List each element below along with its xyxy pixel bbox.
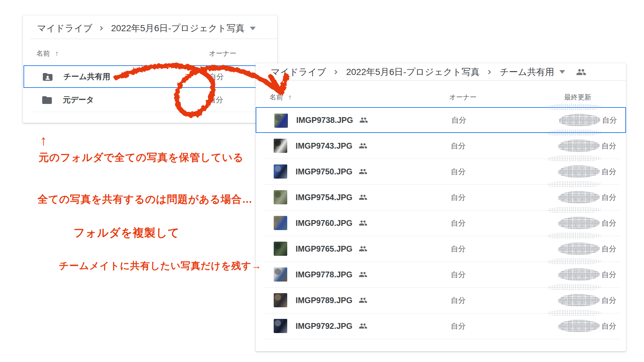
owner-value: 自分: [208, 95, 223, 105]
column-header-owner[interactable]: オーナー: [449, 93, 477, 102]
redacted-modified-date: [558, 217, 600, 229]
folder-row-team-share[interactable]: チーム共有用 自分: [24, 65, 276, 88]
breadcrumb-item-my-drive[interactable]: マイドライブ: [271, 66, 326, 78]
photo-thumbnail: [274, 216, 287, 230]
file-row[interactable]: IMGP9792.JPG自分自分: [256, 313, 626, 339]
folder-icon: [41, 94, 53, 106]
column-header-name[interactable]: 名前↑: [270, 93, 292, 102]
annotation-up-arrow: ↑: [40, 133, 47, 149]
shared-people-icon: [359, 167, 367, 176]
modified-by-value: 自分: [601, 244, 616, 254]
owner-value: 自分: [451, 141, 466, 151]
owner-value: 自分: [209, 72, 224, 82]
breadcrumb-item-my-drive[interactable]: マイドライブ: [37, 22, 92, 34]
modified-by-value: 自分: [601, 295, 616, 305]
owner-value: 自分: [451, 192, 466, 202]
breadcrumb-item-project-photos[interactable]: 2022年5月6日-プロジェクト写真: [346, 66, 480, 78]
photo-thumbnail: [274, 242, 287, 256]
redacted-modified-date: [558, 243, 600, 255]
photo-thumbnail: [274, 114, 288, 128]
page-canvas: マイドライブ 2022年5月6日-プロジェクト写真 名前↑ オーナー チーム共有…: [0, 0, 644, 362]
modified-by-value: 自分: [601, 321, 616, 331]
file-list: IMGP9738.JPG自分自分IMGP9743.JPG自分自分IMGP9750…: [256, 107, 626, 339]
breadcrumb: マイドライブ 2022年5月6日-プロジェクト写真: [23, 20, 277, 37]
owner-value: 自分: [451, 321, 466, 331]
modified-by-value: 自分: [602, 115, 617, 125]
shared-people-icon: [359, 296, 367, 305]
breadcrumb-item-project-photos[interactable]: 2022年5月6日-プロジェクト写真: [111, 22, 245, 34]
file-name: IMGP9778.JPG: [296, 270, 367, 279]
owner-value: 自分: [451, 244, 466, 254]
file-name: IMGP9743.JPG: [296, 141, 367, 151]
file-name: IMGP9760.JPG: [296, 218, 367, 228]
sort-ascending-icon: ↑: [55, 50, 59, 57]
chevron-right-icon: [331, 67, 341, 77]
folder-name: チーム共有用: [63, 71, 110, 82]
photo-thumbnail: [274, 139, 287, 153]
file-name: IMGP9792.JPG: [296, 321, 367, 331]
redacted-modified-date: [558, 320, 600, 332]
file-row[interactable]: IMGP9754.JPG自分自分: [256, 184, 626, 210]
file-row[interactable]: IMGP9760.JPG自分自分: [256, 210, 626, 236]
redacted-modified-date: [558, 165, 600, 178]
shared-people-icon: [359, 245, 367, 253]
photo-thumbnail: [274, 293, 287, 307]
owner-value: 自分: [451, 218, 466, 228]
breadcrumb-dropdown-icon[interactable]: [559, 70, 565, 74]
file-row[interactable]: IMGP9765.JPG自分自分: [256, 236, 626, 262]
file-name: IMGP9789.JPG: [296, 296, 367, 305]
file-row[interactable]: IMGP9789.JPG自分自分: [256, 287, 626, 313]
annotation-line1: 元のフォルダで全ての写真を保管している: [39, 151, 244, 165]
file-row[interactable]: IMGP9738.JPG自分自分: [256, 107, 626, 133]
column-header-last-modified[interactable]: 最終更新: [564, 93, 591, 102]
annotation-line4: チームメイトに共有したい写真だけを残す→: [59, 259, 261, 273]
owner-value: 自分: [451, 295, 466, 305]
file-row[interactable]: IMGP9743.JPG自分自分: [256, 133, 626, 159]
column-header-name[interactable]: 名前↑: [36, 49, 59, 58]
shared-folder-icon: [42, 71, 53, 83]
modified-by-value: 自分: [601, 218, 616, 228]
chevron-right-icon: [485, 67, 495, 77]
modified-by-value: 自分: [601, 141, 616, 151]
modified-by-value: 自分: [601, 167, 616, 177]
modified-by-value: 自分: [601, 270, 616, 280]
redacted-modified-date: [559, 114, 601, 126]
photo-thumbnail: [274, 164, 287, 179]
divider: [265, 339, 620, 339]
file-row[interactable]: IMGP9778.JPG自分自分: [256, 262, 626, 287]
folder-row-original-data[interactable]: 元データ 自分: [24, 88, 275, 112]
shared-people-icon: [359, 116, 368, 125]
shared-people-icon: [359, 142, 367, 150]
shared-people-icon: [359, 219, 367, 227]
file-name: IMGP9754.JPG: [296, 193, 367, 202]
divider: [31, 39, 277, 39]
breadcrumb-item-team-share[interactable]: チーム共有用: [500, 66, 554, 78]
annotation-line3: フォルダを複製して: [73, 225, 180, 240]
shared-people-icon: [359, 270, 367, 279]
file-row[interactable]: IMGP9750.JPG自分自分: [256, 159, 626, 184]
divider: [256, 80, 626, 81]
redacted-modified-date: [558, 140, 600, 152]
annotation-line2: 全ての写真を共有するのは問題がある場合…: [38, 192, 253, 207]
drive-window-team-share-folder: マイドライブ 2022年5月6日-プロジェクト写真 チーム共有用 名前↑ オーナ…: [256, 63, 626, 351]
redacted-modified-date: [558, 294, 600, 306]
column-header-owner[interactable]: オーナー: [209, 49, 236, 58]
sort-ascending-icon: ↑: [288, 93, 292, 101]
file-name: IMGP9750.JPG: [296, 167, 367, 176]
file-name: IMGP9765.JPG: [296, 244, 367, 254]
breadcrumb: マイドライブ 2022年5月6日-プロジェクト写真 チーム共有用: [256, 63, 626, 80]
shared-people-icon: [359, 322, 367, 330]
photo-thumbnail: [274, 267, 287, 282]
chevron-right-icon: [97, 23, 107, 33]
photo-thumbnail: [274, 190, 287, 204]
redacted-modified-date: [558, 268, 600, 281]
shared-people-icon: [359, 193, 367, 202]
breadcrumb-dropdown-icon[interactable]: [250, 27, 256, 30]
shared-people-icon[interactable]: [576, 67, 586, 77]
redacted-modified-date: [558, 191, 600, 203]
divider: [31, 112, 273, 112]
owner-value: 自分: [451, 167, 466, 177]
photo-thumbnail: [274, 319, 287, 333]
drive-window-parent-folder: マイドライブ 2022年5月6日-プロジェクト写真 名前↑ オーナー チーム共有…: [23, 15, 277, 123]
owner-value: 自分: [451, 115, 466, 125]
